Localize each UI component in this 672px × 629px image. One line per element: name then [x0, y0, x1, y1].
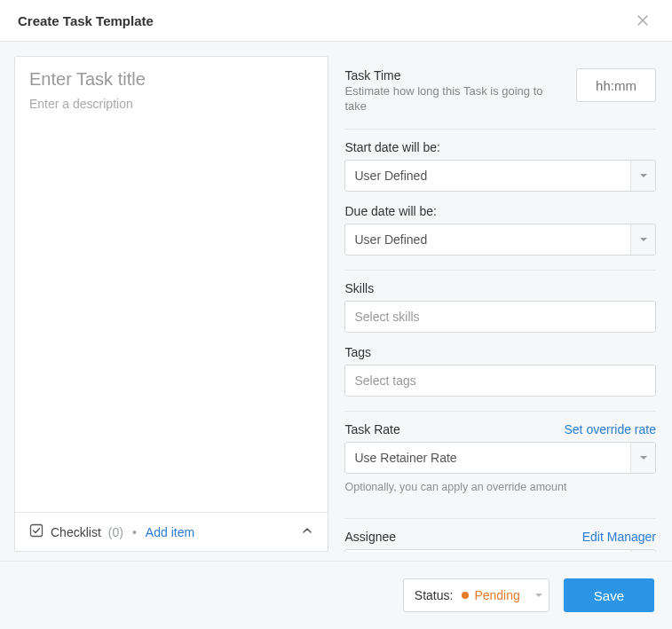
tags-input[interactable] [345, 366, 655, 396]
task-rate-label-row: Task Rate Set override rate [344, 422, 656, 436]
right-column: Task Time Estimate how long this Task is… [343, 56, 658, 552]
left-column: Checklist (0) • Add item [14, 56, 328, 552]
skills-label: Skills [344, 281, 656, 295]
checklist-icon [29, 523, 43, 540]
assignee-label-row: Assignee Edit Manager [344, 530, 656, 544]
due-date-label: Due date will be: [344, 204, 656, 218]
modal-footer: Status: Pending Save [0, 561, 672, 629]
task-time-title: Task Time [344, 68, 558, 83]
checklist-label: Checklist [51, 525, 101, 539]
task-time-subtitle: Estimate how long this Task is going to … [344, 84, 558, 114]
start-date-label: Start date will be: [344, 140, 656, 154]
skills-tags-section: Skills Tags [344, 271, 656, 412]
status-prefix: Status: [415, 588, 454, 602]
skills-input[interactable] [345, 302, 655, 332]
task-rate-helper: Optionally, you can apply an override am… [344, 481, 656, 493]
separator-dot: • [132, 525, 137, 539]
assignee-select[interactable]: U Unassigned [344, 549, 656, 552]
assignee-section: Assignee Edit Manager U Unassigned [344, 519, 656, 552]
start-date-value: User Defined [345, 169, 630, 183]
due-date-value: User Defined [345, 232, 630, 247]
dates-section: Start date will be: User Defined Due dat… [344, 130, 656, 271]
checklist-bar: Checklist (0) • Add item [15, 512, 328, 551]
caret-icon [534, 588, 543, 602]
assignee-label: Assignee [344, 530, 396, 544]
tags-select[interactable] [344, 365, 656, 397]
edit-manager-link[interactable]: Edit Manager [582, 530, 656, 544]
modal-header: Create Task Template [0, 0, 672, 42]
left-main [15, 57, 328, 512]
add-checklist-item-button[interactable]: Add item [146, 525, 194, 539]
modal-body: Checklist (0) • Add item Task Time Estim… [0, 42, 672, 561]
close-icon [635, 12, 651, 28]
checklist-collapse-toggle[interactable] [301, 524, 313, 539]
skills-select[interactable] [344, 301, 656, 333]
modal-title: Create Task Template [18, 13, 154, 28]
status-select[interactable]: Status: Pending [403, 578, 549, 612]
caret-icon [630, 550, 655, 552]
caret-down-icon [639, 171, 648, 180]
task-rate-select[interactable]: Use Retainer Rate [344, 442, 656, 474]
caret-down-icon [639, 453, 648, 462]
set-override-rate-link[interactable]: Set override rate [565, 422, 657, 436]
close-button[interactable] [631, 9, 654, 32]
task-time-input[interactable] [576, 68, 656, 102]
save-button[interactable]: Save [564, 578, 654, 612]
caret-icon [630, 161, 655, 191]
task-rate-value: Use Retainer Rate [345, 451, 630, 465]
status-dot-icon [462, 592, 469, 599]
caret-icon [630, 443, 655, 473]
checklist-count: (0) [108, 525, 123, 539]
chevron-up-icon [301, 524, 313, 537]
task-description-input[interactable] [29, 97, 313, 452]
caret-down-icon [639, 235, 648, 244]
caret-down-icon [534, 591, 543, 600]
svg-rect-0 [31, 525, 43, 537]
task-rate-label: Task Rate [344, 422, 399, 436]
tags-label: Tags [344, 345, 656, 359]
task-rate-section: Task Rate Set override rate Use Retainer… [344, 412, 656, 520]
task-time-section: Task Time Estimate how long this Task is… [344, 58, 656, 130]
task-title-input[interactable] [29, 69, 313, 90]
status-name: Pending [474, 588, 519, 602]
due-date-select[interactable]: User Defined [344, 224, 656, 256]
start-date-select[interactable]: User Defined [344, 160, 656, 192]
caret-icon [630, 224, 655, 255]
